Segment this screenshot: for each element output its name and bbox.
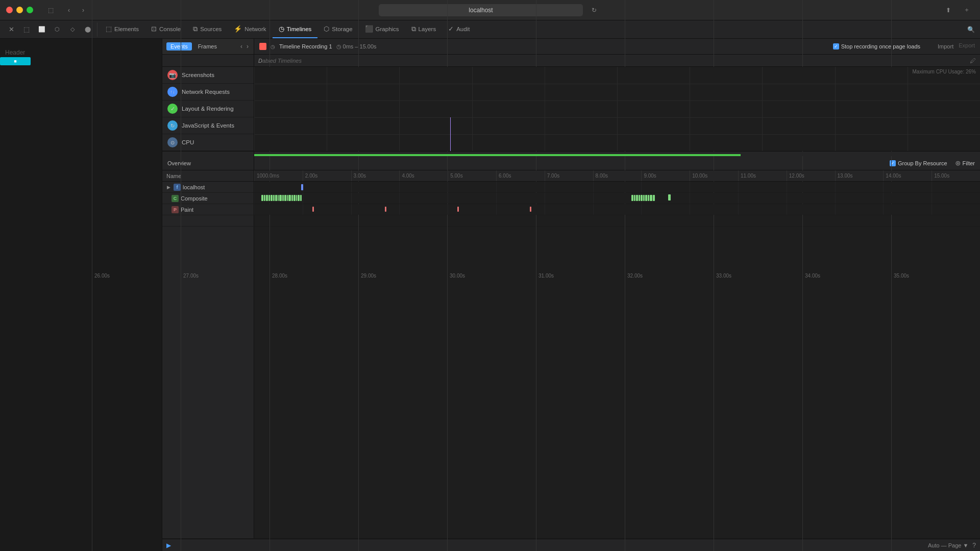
tgc-2 xyxy=(351,182,400,192)
tgc-1 xyxy=(303,182,351,192)
page-blue-box: ■ xyxy=(0,57,31,65)
select-tool[interactable]: ⬜ xyxy=(35,22,49,37)
green-range-bar[interactable] xyxy=(254,154,741,156)
comp-bar2-5 xyxy=(641,195,643,201)
pgc-2 xyxy=(351,204,400,215)
comp-bar2-4 xyxy=(639,195,640,201)
tgc-3 xyxy=(399,182,448,192)
traffic-lights xyxy=(6,7,33,13)
comp-bar-8 xyxy=(278,195,279,201)
pgc-7 xyxy=(593,204,642,215)
pgc-0 xyxy=(254,204,303,215)
comp-bar-17 xyxy=(298,195,300,201)
comp-bar2-3 xyxy=(636,195,638,201)
comp-bar-3 xyxy=(266,195,268,201)
grid-col-8 xyxy=(835,67,908,151)
comp-bar-12 xyxy=(287,195,288,201)
composite-bars-group2 xyxy=(631,194,871,202)
tgc-10 xyxy=(738,182,787,192)
disabled-right: Dabled Timelines 🖊 26.00s 27.00s 28.00s … xyxy=(254,55,980,66)
comp-bar2-7 xyxy=(645,195,647,201)
pgc-10 xyxy=(738,204,787,215)
tgc-13 xyxy=(883,182,932,192)
comp-bar-16 xyxy=(296,195,297,201)
grid-col-6 xyxy=(690,67,762,151)
comp-bar2-1 xyxy=(631,195,633,201)
pgc-8 xyxy=(641,204,690,215)
detail-ruler-right: 1000.0ms 2.00s 3.00s 4.00s 5.00s 6.00s 7… xyxy=(254,170,980,181)
tgc-4 xyxy=(448,182,496,192)
dtick-0: 1000.0ms xyxy=(254,170,303,181)
back-button[interactable]: ‹ xyxy=(62,3,76,17)
comp-bar-1 xyxy=(261,195,263,201)
timeline-sections: 📷 Screenshots ↑↓ Network Requests ✓ Layo… xyxy=(162,67,980,151)
timeline-needle xyxy=(450,117,451,151)
paint-bar-3 xyxy=(457,207,459,212)
tree-row-chart-paint xyxy=(254,204,980,215)
dtick-12: 13.00s xyxy=(835,170,884,181)
tgc-5 xyxy=(496,182,545,192)
comp-bar-7 xyxy=(275,195,277,201)
tgc-0 xyxy=(254,182,303,192)
pgc-3 xyxy=(399,204,448,215)
paint-grid xyxy=(254,204,980,215)
tgc-11 xyxy=(787,182,835,192)
dtick-13: 14.00s xyxy=(883,170,932,181)
maximize-button[interactable] xyxy=(27,7,33,13)
cgc-13 xyxy=(883,193,932,204)
dtick-14: 15.00s xyxy=(932,170,980,181)
main-layout: Header ■ Events Frames ‹ › ◷ Timeline Re… xyxy=(0,39,980,551)
tree-grid xyxy=(254,182,980,192)
tgc-12 xyxy=(835,182,884,192)
row-div-2 xyxy=(254,117,980,118)
close-button[interactable] xyxy=(6,7,13,13)
comp-bar2-10 xyxy=(653,195,655,201)
tgc-7 xyxy=(593,182,642,192)
pgc-4 xyxy=(448,204,496,215)
node-tool[interactable]: ⬡ xyxy=(50,22,64,37)
pgc-5 xyxy=(496,204,545,215)
paint-bar-2 xyxy=(385,207,386,212)
paint-bar-4 xyxy=(530,207,531,212)
dtick-10: 11.00s xyxy=(738,170,787,181)
sidebar-toggle[interactable]: ⬚ xyxy=(43,3,58,17)
devtools-close[interactable]: ✕ xyxy=(4,22,18,37)
grid-col-9 xyxy=(908,67,980,151)
3d-tool[interactable]: ◇ xyxy=(65,22,80,37)
minimize-button[interactable] xyxy=(16,7,23,13)
overview-scrollbar-row xyxy=(162,151,980,156)
comp-bar-9 xyxy=(279,195,282,201)
comp-bar-6 xyxy=(273,195,275,201)
pgc-13 xyxy=(883,204,932,215)
tree-row-chart-composite xyxy=(254,193,980,204)
dtick-1: 2.00s xyxy=(303,170,351,181)
comp-bar2-6 xyxy=(643,195,645,201)
row-div-1 xyxy=(254,101,980,101)
dtick-5: 6.00s xyxy=(496,170,545,181)
ruler-tick-0: 26.00s xyxy=(162,39,181,551)
localhost-bar xyxy=(301,184,303,190)
pgc-9 xyxy=(690,204,738,215)
comp-bar2-2 xyxy=(634,195,635,201)
right-panel: Events Frames ‹ › ◷ Timeline Recording 1… xyxy=(162,39,980,551)
comp-bar-13 xyxy=(288,195,291,201)
detail-ruler-row: Name 1000.0ms 2.00s 3.00s 4.00s 5.00s 6.… xyxy=(162,170,980,182)
grid-col-4 xyxy=(545,67,617,151)
composite-bars-group xyxy=(261,194,690,202)
tree-row-paint: P Paint xyxy=(162,204,980,215)
tgc-9 xyxy=(690,182,738,192)
dtick-3: 4.00s xyxy=(399,170,448,181)
timeline-chart-area: Maximum CPU Usage: 26% xyxy=(254,67,980,151)
row-div-3 xyxy=(254,134,980,135)
pgc-12 xyxy=(835,204,884,215)
tree-row-composite: C Composite xyxy=(162,193,980,204)
detail-ruler-ticks: 1000.0ms 2.00s 3.00s 4.00s 5.00s 6.00s 7… xyxy=(254,170,980,181)
comp-bar-18 xyxy=(300,195,302,201)
comp-bar-5 xyxy=(271,195,273,201)
inspector-tool[interactable]: ⬚ xyxy=(19,22,34,37)
forward-button[interactable]: › xyxy=(76,3,90,17)
pgc-6 xyxy=(545,204,593,215)
comp-bar2-9 xyxy=(650,195,652,201)
grid-col-5 xyxy=(617,67,690,151)
grid-col-0 xyxy=(254,67,327,151)
